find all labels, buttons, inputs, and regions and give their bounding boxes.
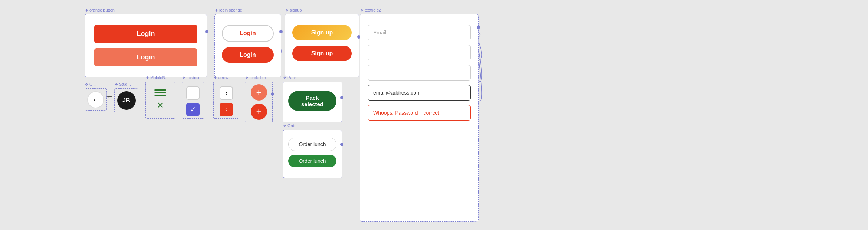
login-button-salmon[interactable]: Login (94, 48, 197, 66)
chevron-left-icon: ‹ (225, 90, 227, 96)
arrow-frame: arrow ‹ ‹ (213, 82, 239, 119)
tickbox-frame: tickbox ✓ (182, 82, 204, 119)
login-button-red[interactable]: Login (94, 25, 197, 43)
circle-btn-frame: circle btn + + (245, 82, 273, 122)
loginlozenge-frame: loginlozenge Login Login (214, 14, 281, 77)
plus-icon-orange: + (256, 87, 261, 98)
connector-dot (340, 143, 343, 146)
back-arrow-circle-button[interactable]: ← (87, 91, 104, 108)
pack-selected-button[interactable]: Pack selected (288, 91, 336, 111)
circle-add-button-orange[interactable]: + (251, 84, 267, 101)
signup-button-yellow[interactable]: Sign up (292, 25, 352, 40)
close-x-icon[interactable]: ✕ (157, 100, 164, 111)
chevron-left-button-filled[interactable]: ‹ (220, 103, 233, 116)
chevron-left-active-icon: ‹ (225, 106, 227, 113)
order-lunch-button-outline[interactable]: Order lunch (288, 138, 336, 151)
mobilen-frame: MobileN... ✕ (145, 82, 175, 119)
connector-dot (340, 96, 343, 99)
pack-frame: Pack Pack selected (283, 82, 342, 122)
order-frame-label: Order (283, 124, 298, 128)
pack-frame-label: Pack (283, 75, 296, 80)
checkbox-unchecked[interactable] (186, 86, 200, 100)
orange-button-frame: orange button Login Login (85, 14, 207, 77)
avatar-initials: JB (122, 97, 130, 104)
signup-frame: signup Sign up Sign up (285, 14, 359, 77)
order-lunch-button-green[interactable]: Order lunch (288, 155, 336, 167)
cursor-input[interactable] (368, 45, 471, 60)
chevron-left-button-outline[interactable]: ‹ (220, 86, 233, 100)
textfield2-frame-label: textfield2 (360, 8, 381, 12)
error-message: Whoops. Password incorrect (368, 105, 471, 121)
connector-dot (477, 26, 480, 29)
circle-add-button-red[interactable]: + (251, 104, 267, 120)
signup-frame-label: signup (285, 8, 302, 12)
c-frame: C... ← (85, 88, 107, 111)
plain-arrow: ← (106, 92, 113, 101)
plain-left-arrow-icon: ← (106, 92, 113, 100)
tickbox-frame-label: tickbox (182, 75, 199, 80)
checkbox-checked[interactable]: ✓ (186, 103, 200, 116)
stud-frame-label: Stud... (115, 82, 131, 86)
email-placeholder-input[interactable] (368, 25, 471, 40)
login-button-red-pill[interactable]: Login (222, 47, 274, 63)
arrow-frame-label: arrow (214, 75, 228, 80)
avatar[interactable]: JB (117, 91, 136, 110)
connector-dot (205, 30, 208, 33)
order-frame: Order Order lunch Order lunch (283, 130, 342, 178)
login-button-outline[interactable]: Login (222, 25, 274, 42)
circle-btn-frame-label: circle btn (245, 75, 266, 80)
stud-frame: Stud... JB (114, 88, 138, 112)
hamburger-line-3 (154, 95, 166, 96)
hamburger-line-2 (154, 92, 166, 93)
hamburger-icon[interactable] (154, 89, 166, 96)
loginlozenge-frame-label: loginlozenge (215, 8, 242, 12)
checkmark-icon: ✓ (190, 105, 196, 114)
email-filled-display: email@address.com (368, 85, 471, 101)
left-arrow-icon: ← (92, 96, 99, 104)
c-frame-label: C... (85, 82, 96, 86)
orange-button-frame-label: orange button (85, 8, 115, 12)
connector-dot (271, 92, 274, 96)
signup-button-red[interactable]: Sign up (292, 46, 352, 61)
textfield2-frame: textfield2 email@address.com Whoops. Pas… (360, 14, 479, 222)
hamburger-line-1 (154, 89, 166, 91)
empty-input[interactable] (368, 65, 471, 80)
mobilen-frame-label: MobileN... (146, 75, 169, 80)
plus-icon-red: + (256, 106, 261, 117)
connector-dot (279, 30, 283, 33)
